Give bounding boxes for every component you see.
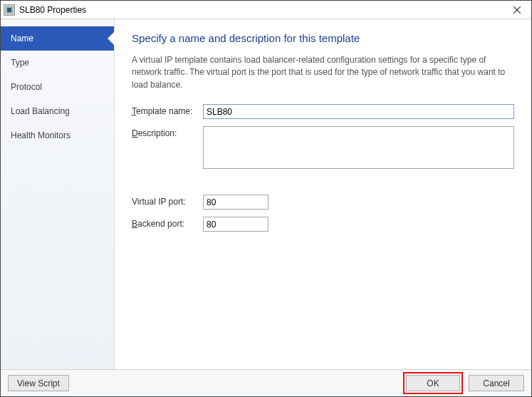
row-virtual-ip-port: Virtual IP port: bbox=[132, 195, 514, 210]
close-icon bbox=[513, 6, 521, 14]
virtual-ip-port-label: Virtual IP port: bbox=[132, 195, 203, 207]
dialog-body: Name Type Protocol Load Balancing Health… bbox=[1, 19, 531, 369]
page-heading: Specify a name and description for this … bbox=[132, 32, 514, 44]
row-backend-port: Backend port: bbox=[132, 217, 514, 232]
window-title: SLB80 Properties bbox=[19, 5, 503, 15]
description-label: Description: bbox=[132, 126, 203, 138]
sidebar-item-health-monitors[interactable]: Health Monitors bbox=[1, 123, 114, 148]
backend-port-input[interactable] bbox=[203, 217, 268, 232]
footer: View Script OK Cancel bbox=[1, 369, 531, 396]
template-name-label: Template name: bbox=[132, 104, 203, 116]
close-button[interactable] bbox=[503, 1, 531, 19]
ok-highlight: OK bbox=[403, 372, 463, 394]
sidebar-item-type[interactable]: Type bbox=[1, 51, 114, 75]
svg-rect-1 bbox=[7, 8, 11, 12]
virtual-ip-port-input[interactable] bbox=[203, 195, 268, 210]
dialog-window: SLB80 Properties Name Type Protocol Load… bbox=[0, 0, 532, 397]
sidebar-item-name[interactable]: Name bbox=[1, 26, 114, 51]
app-icon bbox=[4, 4, 15, 16]
row-description: Description: bbox=[132, 126, 514, 169]
row-template-name: Template name: bbox=[132, 104, 514, 119]
ok-button[interactable]: OK bbox=[406, 375, 460, 391]
view-script-button[interactable]: View Script bbox=[8, 375, 69, 391]
sidebar-item-load-balancing[interactable]: Load Balancing bbox=[1, 99, 114, 123]
page-description: A virtual IP template contains load bala… bbox=[132, 54, 514, 91]
sidebar-item-protocol[interactable]: Protocol bbox=[1, 75, 114, 99]
titlebar: SLB80 Properties bbox=[1, 1, 531, 19]
sidebar: Name Type Protocol Load Balancing Health… bbox=[1, 19, 115, 369]
cancel-button[interactable]: Cancel bbox=[469, 375, 524, 391]
backend-port-label: Backend port: bbox=[132, 217, 203, 229]
template-name-input[interactable] bbox=[203, 104, 514, 119]
description-input[interactable] bbox=[203, 126, 514, 169]
content-pane: Specify a name and description for this … bbox=[115, 19, 531, 369]
